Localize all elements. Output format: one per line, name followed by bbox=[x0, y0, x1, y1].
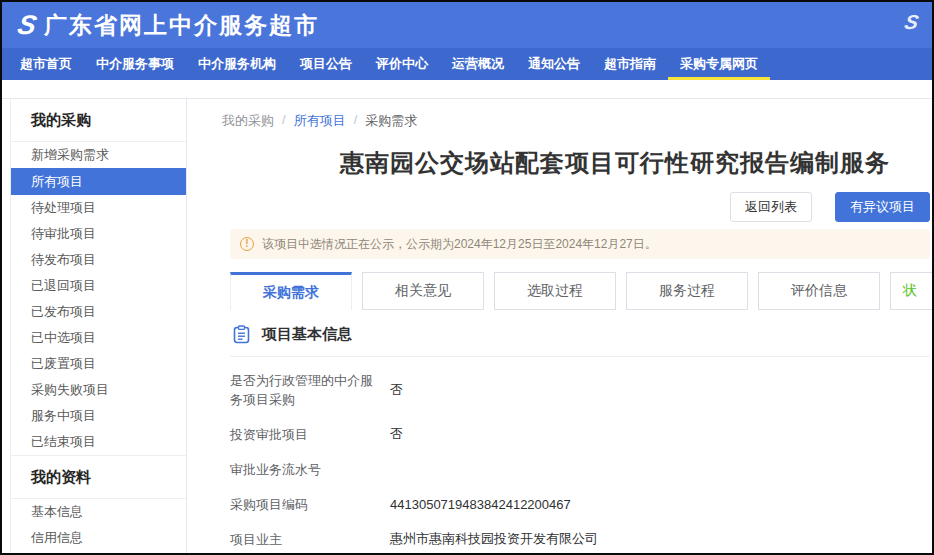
sidebar-item-pending-publish[interactable]: 待发布项目 bbox=[11, 247, 186, 273]
field-value: 否 bbox=[390, 381, 403, 399]
app-window: S 广东省网上中介服务超市 S 超市首页 中介服务事项 中介服务机构 项目公告 … bbox=[0, 0, 934, 555]
sidebar-item-new-demand[interactable]: 新增采购需求 bbox=[11, 142, 186, 168]
tab-evaluation-info[interactable]: 评价信息 bbox=[758, 272, 880, 310]
site-title: 广东省网上中介服务超市 bbox=[44, 10, 319, 41]
sidebar-item-credit-info[interactable]: 信用信息 bbox=[11, 525, 186, 551]
nav-item-announcements[interactable]: 通知公告 bbox=[516, 48, 592, 80]
breadcrumb: 我的采购 / 所有项目 / 采购需求 bbox=[222, 112, 932, 130]
clipboard-icon bbox=[232, 325, 251, 344]
tab-service-process[interactable]: 服务过程 bbox=[626, 272, 748, 310]
breadcrumb-current: 采购需求 bbox=[365, 112, 417, 130]
nav-item-guide[interactable]: 超市指南 bbox=[592, 48, 668, 80]
breadcrumb-all-projects[interactable]: 所有项目 bbox=[294, 112, 346, 130]
tab-related-opinions[interactable]: 相关意见 bbox=[362, 272, 484, 310]
field-label: 审批业务流水号 bbox=[230, 460, 380, 479]
field-value: 4413050719483842412200467 bbox=[390, 497, 571, 512]
sidebar-item-finished[interactable]: 已结束项目 bbox=[11, 429, 186, 455]
field-label: 是否为行政管理的中介服务项目采购 bbox=[230, 371, 380, 409]
sidebar-group-my-profile: 我的资料 基本信息 信用信息 bbox=[11, 455, 186, 551]
action-buttons: 返回列表 有异议项目 bbox=[230, 192, 930, 222]
field-row-investment-approval: 投资审批项目 否 bbox=[230, 424, 930, 444]
sidebar-item-pending-approval[interactable]: 待审批项目 bbox=[11, 221, 186, 247]
field-label: 投资审批项目 bbox=[230, 425, 380, 444]
main-nav: 超市首页 中介服务事项 中介服务机构 项目公告 评价中心 运营概况 通知公告 超… bbox=[2, 48, 932, 80]
back-to-list-button[interactable]: 返回列表 bbox=[730, 192, 812, 222]
site-logo-icon: S bbox=[15, 10, 38, 41]
page-title: 惠南园公交场站配套项目可行性研究报告编制服务 bbox=[340, 147, 930, 179]
sidebar-group-title: 我的采购 bbox=[11, 99, 186, 142]
tab-procurement-demand[interactable]: 采购需求 bbox=[230, 272, 352, 310]
sidebar: 我的采购 新增采购需求 所有项目 待处理项目 待审批项目 待发布项目 已退回项目… bbox=[10, 99, 187, 555]
nav-item-operation-overview[interactable]: 运营概况 bbox=[440, 48, 516, 80]
objection-project-button[interactable]: 有异议项目 bbox=[835, 192, 930, 222]
basic-info-fields: 是否为行政管理的中介服务项目采购 否 投资审批项目 否 审批业务流水号 采购项目… bbox=[230, 371, 930, 549]
section-header-basic-info: 项目基本信息 bbox=[230, 325, 930, 357]
warning-icon: ! bbox=[240, 237, 254, 251]
tab-selection-process[interactable]: 选取过程 bbox=[494, 272, 616, 310]
tab-status-cutoff[interactable]: 状 bbox=[890, 272, 934, 310]
publicity-alert: ! 该项目中选情况正在公示，公示期为2024年12月25日至2024年12月27… bbox=[230, 229, 930, 259]
sidebar-item-all-projects[interactable]: 所有项目 bbox=[11, 168, 186, 195]
breadcrumb-separator: / bbox=[354, 112, 358, 130]
sidebar-item-returned[interactable]: 已退回项目 bbox=[11, 273, 186, 299]
field-row-project-code: 采购项目编码 4413050719483842412200467 bbox=[230, 494, 930, 514]
sidebar-item-basic-info[interactable]: 基本信息 bbox=[11, 499, 186, 525]
sidebar-item-published[interactable]: 已发布项目 bbox=[11, 299, 186, 325]
sidebar-item-pending[interactable]: 待处理项目 bbox=[11, 195, 186, 221]
field-row-project-owner: 项目业主 惠州市惠南科技园投资开发有限公司 bbox=[230, 529, 930, 549]
nav-item-agencies[interactable]: 中介服务机构 bbox=[186, 48, 288, 80]
breadcrumb-separator: / bbox=[282, 112, 286, 130]
field-value: 否 bbox=[390, 425, 403, 443]
sidebar-group-title: 我的资料 bbox=[11, 455, 186, 499]
breadcrumb-my-procurement: 我的采购 bbox=[222, 112, 274, 130]
main-panel: 我的采购 / 所有项目 / 采购需求 惠南园公交场站配套项目可行性研究报告编制服… bbox=[187, 99, 932, 555]
content-area: 我的采购 新增采购需求 所有项目 待处理项目 待审批项目 待发布项目 已退回项目… bbox=[2, 98, 932, 555]
field-row-approval-serial: 审批业务流水号 bbox=[230, 459, 930, 479]
field-label: 项目业主 bbox=[230, 530, 380, 549]
sidebar-item-failed[interactable]: 采购失败项目 bbox=[11, 377, 186, 403]
publicity-alert-text: 该项目中选情况正在公示，公示期为2024年12月25日至2024年12月27日。 bbox=[262, 236, 657, 253]
sidebar-item-selected[interactable]: 已中选项目 bbox=[11, 325, 186, 351]
main-inner: 惠南园公交场站配套项目可行性研究报告编制服务 返回列表 有异议项目 ! 该项目中… bbox=[230, 147, 930, 549]
nav-item-evaluation-center[interactable]: 评价中心 bbox=[364, 48, 440, 80]
nav-item-home[interactable]: 超市首页 bbox=[8, 48, 84, 80]
top-header: S 广东省网上中介服务超市 S bbox=[2, 2, 932, 48]
sidebar-item-abandoned[interactable]: 已废置项目 bbox=[11, 351, 186, 377]
corner-logo-icon: S bbox=[902, 11, 920, 34]
sidebar-group-my-procurement: 我的采购 新增采购需求 所有项目 待处理项目 待审批项目 待发布项目 已退回项目… bbox=[11, 99, 186, 455]
nav-item-service-items[interactable]: 中介服务事项 bbox=[84, 48, 186, 80]
field-row-admin-service: 是否为行政管理的中介服务项目采购 否 bbox=[230, 371, 930, 409]
detail-tabs: 采购需求 相关意见 选取过程 服务过程 评价信息 状 bbox=[230, 272, 934, 310]
sidebar-item-in-service[interactable]: 服务中项目 bbox=[11, 403, 186, 429]
field-value: 惠州市惠南科技园投资开发有限公司 bbox=[390, 530, 598, 548]
field-label: 采购项目编码 bbox=[230, 495, 380, 514]
nav-item-project-notices[interactable]: 项目公告 bbox=[288, 48, 364, 80]
section-title: 项目基本信息 bbox=[262, 325, 352, 344]
nav-item-purchaser-page[interactable]: 采购专属网页 bbox=[668, 48, 770, 80]
